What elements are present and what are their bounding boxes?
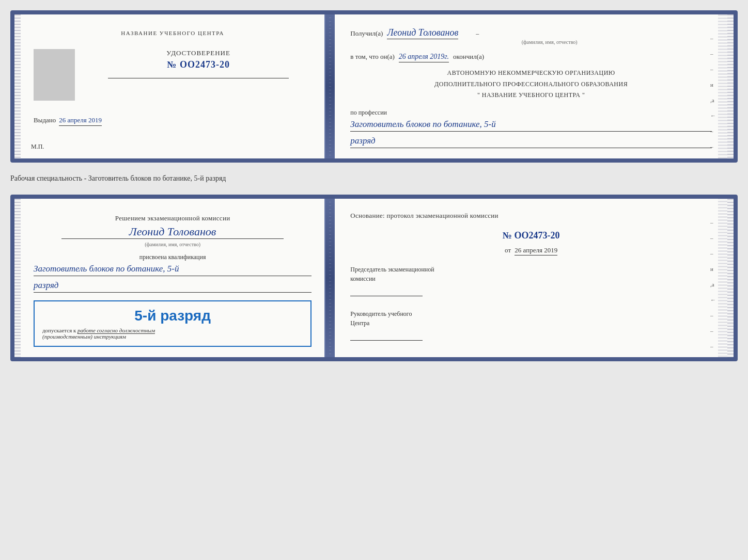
org-line1: АВТОНОМНУЮ НЕКОММЕРЧЕСКУЮ ОРГАНИЗАЦИЮ [350,68,712,79]
spine-2 [325,199,335,357]
dash2-4: и [710,266,716,272]
dash2-8: – [710,328,716,334]
dash2-1: – [710,219,716,226]
page-container: НАЗВАНИЕ УЧЕБНОГО ЦЕНТРА УДОСТОВЕРЕНИЕ №… [10,10,738,361]
dash8: – [710,143,716,150]
cert-underline [108,78,289,78]
chairman-signature-line [350,286,423,296]
stamp-box: 5-й разряд допускается к работе согласно… [34,300,311,347]
issued-block: Выдано 26 апреля 2019 [34,116,311,126]
photo-placeholder [34,49,75,101]
left-border-stripe [14,14,21,158]
head-label: Руководитель учебного Центра [350,309,712,343]
cert-number: № OO2473-20 [85,59,311,70]
side-dashes-2: – – – и ,а ← – – – – [710,219,716,361]
issued-prefix-label: Выдано [34,116,56,124]
dash2-10: – [710,359,716,361]
stamp-rank: 5-й разряд [42,308,303,324]
person-name-large: Леонид Толованов [61,225,284,239]
dash4: и [710,82,716,88]
basis-label: Основание: протокол экзаменационной коми… [350,212,712,220]
rank-value2: разряд [34,280,311,293]
person-name-block: Леонид Толованов (фамилия, имя, отчество… [34,225,311,247]
from-date-block: от 26 апреля 2019 [350,246,712,254]
side-dashes-1: – – – и ,а ← – – – – [710,35,716,163]
confirm-date: 26 апреля 2019г. [399,53,449,62]
mp-label: М.П. [31,143,44,151]
dash2-5: ,а [710,281,716,287]
dash7: – [710,128,716,134]
document-1: НАЗВАНИЕ УЧЕБНОГО ЦЕНТРА УДОСТОВЕРЕНИЕ №… [10,10,738,163]
dash5: ,а [710,97,716,103]
dash2-7: – [710,312,716,318]
center-title: НАЗВАНИЕ УЧЕБНОГО ЦЕНТРА [34,30,311,36]
doc1-left-page: НАЗВАНИЕ УЧЕБНОГО ЦЕНТРА УДОСТОВЕРЕНИЕ №… [21,14,325,158]
confirm-block: в том, что он(а) 26 апреля 2019г. окончи… [350,53,712,62]
decision-text: Решением экзаменационной комиссии [34,214,311,222]
recipient-block: Получил(а) Леонид Толованов – (фамилия, … [350,27,712,45]
dash2-3: – [710,250,716,257]
spine-1 [325,14,335,158]
protocol-number: № OO2473-20 [350,230,712,241]
document-2: Решением экзаменационной комиссии Леонид… [10,195,738,361]
photo-block: УДОСТОВЕРЕНИЕ № OO2473-20 [34,49,311,101]
recipient-prefix: Получил(а) [350,29,383,38]
dash6: ← [710,113,716,119]
org-name: " НАЗВАНИЕ УЧЕБНОГО ЦЕНТРА " [350,90,712,101]
recipient-name-block: Леонид Толованов – (фамилия, имя, отчест… [387,27,712,45]
dash1: – [710,35,716,41]
confirm-suffix: окончил(а) [453,53,484,61]
confirm-prefix: в том, что он(а) [350,53,395,61]
from-date-value: 26 апреля 2019 [515,246,557,255]
person-sub-label: (фамилия, имя, отчество) [34,242,311,247]
dash2-6: ← [710,297,716,303]
dash2: – [710,51,716,57]
dash3: – [710,66,716,72]
cert-info: УДОСТОВЕРЕНИЕ № OO2473-20 [85,49,311,83]
issued-date-value: 26 апреля 2019 [59,116,102,126]
chairman-label-2: комиссии [350,274,712,283]
head-signature-line [350,330,423,341]
profession-label: по профессии [350,109,712,117]
chairman-label: Председатель экзаменационной комиссии [350,265,712,299]
stamp-work: работе согласно должностным [77,327,155,334]
org-line2: ДОПОЛНИТЕЛЬНОГО ПРОФЕССИОНАЛЬНОГО ОБРАЗО… [350,79,712,90]
recipient-sub-label: (фамилия, имя, отчество) [387,39,712,45]
right-border-stripe-2 [727,199,734,357]
qualification-label: присвоена квалификация [34,253,311,261]
between-label: Рабочая специальность - Заготовитель бло… [10,172,738,185]
from-prefix: от [505,246,511,254]
chairman-label-1: Председатель экзаменационной [350,265,712,274]
left-border-stripe-2 [14,199,21,357]
stamp-instructions: (производственным) инструкциям [42,333,303,340]
doc1-right-page: Получил(а) Леонид Толованов – (фамилия, … [335,14,727,158]
doc2-left-page: Решением экзаменационной комиссии Леонид… [21,199,325,357]
rank-value: разряд [350,136,712,148]
stamp-allowed: допускается к [42,327,76,333]
head-label-1: Руководитель учебного [350,309,712,318]
stamp-allowed-block: допускается к работе согласно должностны… [42,327,303,333]
right-border-stripe [727,14,734,158]
dash2-2: – [710,235,716,241]
org-block: АВТОНОМНУЮ НЕКОММЕРЧЕСКУЮ ОРГАНИЗАЦИЮ ДО… [350,68,712,101]
qualification-value: Заготовитель блоков по ботанике, 5-й [34,264,311,276]
cert-label: УДОСТОВЕРЕНИЕ [85,49,311,57]
profession-value: Заготовитель блоков по ботанике, 5-й [350,119,712,132]
recipient-name: Леонид Толованов [387,27,458,39]
dash9: – [710,159,716,163]
recipient-dash: – [476,30,479,37]
head-label-2: Центра [350,318,712,328]
dash2-9: – [710,343,716,349]
doc2-right-page: Основание: протокол экзаменационной коми… [335,199,727,357]
profession-block: по профессии Заготовитель блоков по бота… [350,109,712,148]
